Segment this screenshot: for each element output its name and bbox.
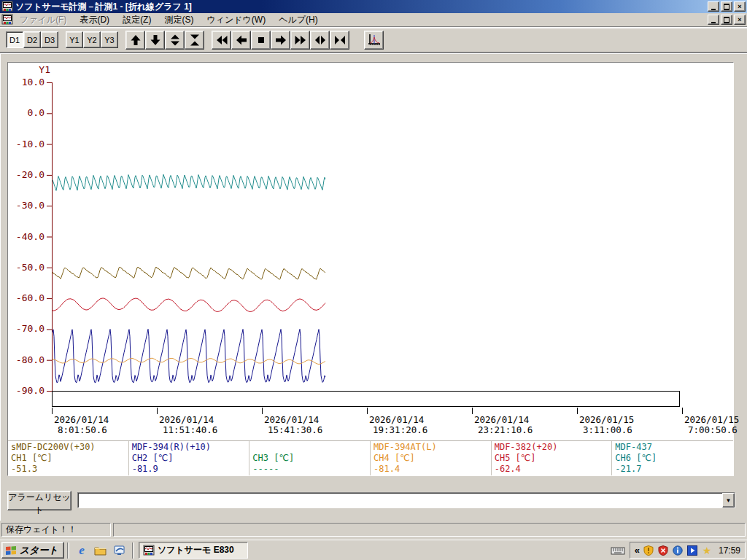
menu-item-4[interactable]: 測定(S) [158, 12, 200, 28]
child-minimize-button[interactable] [708, 15, 719, 25]
arrow-left-icon[interactable] [231, 31, 251, 50]
svg-text:-10.0: -10.0 [16, 139, 44, 149]
svg-text:-30.0: -30.0 [16, 200, 44, 211]
svg-text:-70.0: -70.0 [16, 323, 44, 334]
quick-launch: e [72, 544, 129, 557]
toolbar-y3-button[interactable]: Y3 [101, 31, 118, 48]
app-icon-small [143, 545, 155, 556]
legend-cell-ch5: MDF-382(+20)CH5 [℃]-62.4 [492, 441, 613, 475]
folder-icon[interactable] [94, 544, 107, 557]
toolbar-d3-button[interactable]: D3 [41, 31, 58, 48]
svg-text:2026/01/15: 2026/01/15 [684, 414, 739, 425]
child-close-button[interactable]: × [734, 15, 746, 25]
app-icon [1, 1, 13, 12]
alarm-combobox-value[interactable] [78, 493, 722, 508]
legend-cell-ch4: MDF-394AT(L)CH4 [℃]-81.4 [371, 441, 492, 475]
arrow-down-icon[interactable] [145, 31, 165, 50]
stop-icon[interactable] [251, 31, 271, 50]
svg-text:2026/01/14: 2026/01/14 [159, 414, 214, 425]
title-bar: ソフトサーモ計測－計測1 - [折れ線グラフ 1] × [0, 0, 747, 13]
svg-text:-40.0: -40.0 [16, 231, 44, 242]
svg-text:15:41:30.6: 15:41:30.6 [268, 424, 322, 435]
toolbar: D1 D2 D3 Y1 Y2 Y3 [0, 28, 747, 52]
svg-text:-60.0: -60.0 [16, 292, 44, 303]
arrow-right-icon[interactable] [271, 31, 290, 50]
svg-text:2026/01/15: 2026/01/15 [579, 414, 634, 425]
tray-chevron-icon[interactable]: « [635, 545, 640, 556]
series-ch6 [53, 174, 325, 190]
legend-cell-ch1: sMDF-DC200V(+30)CH1 [℃]-51.3 [8, 441, 129, 475]
svg-text:2026/01/14: 2026/01/14 [54, 414, 109, 425]
close-button[interactable]: × [734, 1, 746, 12]
status-extra-panel [113, 523, 746, 537]
start-label: スタート [20, 544, 58, 557]
line-chart: Y110.00.0-10.0-20.0-30.0-40.0-50.0-60.0-… [8, 63, 733, 440]
window-title: ソフトサーモ計測－計測1 - [折れ線グラフ 1] [15, 1, 708, 13]
system-tray: « [611, 542, 746, 559]
svg-text:11:51:40.6: 11:51:40.6 [163, 424, 217, 435]
alarm-reset-button[interactable]: アラームリセット [7, 491, 71, 510]
internet-explorer-icon[interactable]: e [75, 544, 88, 557]
series-ch1 [53, 267, 325, 279]
channel-legend: sMDF-DC200V(+30)CH1 [℃]-51.3MDF-394(R)(+… [8, 440, 733, 475]
security-warning-icon[interactable] [643, 545, 654, 556]
task-label: ソフトサーモ E830 [158, 544, 234, 556]
menu-item-2[interactable]: 表示(D) [73, 12, 116, 28]
expand-horizontal-icon[interactable] [310, 31, 330, 50]
collapse-horizontal-icon[interactable] [330, 31, 349, 50]
graph-view-icon[interactable] [364, 31, 384, 50]
rewind-icon[interactable] [212, 31, 231, 50]
start-button[interactable]: スタート [1, 542, 64, 559]
child-restore-button[interactable] [721, 15, 732, 25]
menu-item-1: ファイル(F) [13, 12, 73, 28]
alarm-row: アラームリセット ▼ [0, 488, 747, 517]
svg-text:3:11:00.6: 3:11:00.6 [583, 424, 632, 435]
status-message: 保存ウェイト！！ [6, 524, 77, 536]
expand-vertical-icon[interactable] [165, 31, 185, 50]
desktop: ソフトサーモ計測－計測1 - [折れ線グラフ 1] × ファイル(F)表示(D)… [0, 0, 747, 560]
show-desktop-icon[interactable] [113, 544, 126, 557]
svg-text:-20.0: -20.0 [16, 169, 44, 180]
star-icon[interactable]: ★ [701, 545, 713, 556]
series-ch2 [53, 329, 325, 382]
svg-text:2026/01/14: 2026/01/14 [474, 414, 529, 425]
security-alert-icon[interactable] [657, 545, 669, 556]
svg-text:-80.0: -80.0 [16, 354, 44, 365]
menu-bar: ファイル(F)表示(D)設定(Z)測定(S)ウィンドウ(W)ヘルプ(H) × [0, 13, 747, 27]
svg-text:23:21:10.6: 23:21:10.6 [478, 424, 533, 435]
windows-logo-icon [5, 545, 17, 556]
status-message-panel: 保存ウェイト！！ [1, 523, 111, 537]
media-play-icon[interactable] [686, 545, 698, 556]
legend-cell-ch3: CH3 [℃]----- [249, 441, 371, 475]
toolbar-d2-button[interactable]: D2 [23, 31, 41, 48]
toolbar-y2-button[interactable]: Y2 [83, 31, 101, 48]
fast-forward-icon[interactable] [290, 31, 310, 50]
svg-text:0.0: 0.0 [28, 107, 44, 118]
chart-panel: Y110.00.0-10.0-20.0-30.0-40.0-50.0-60.0-… [7, 62, 734, 476]
taskbar-app-button[interactable]: ソフトサーモ E830 [139, 542, 248, 559]
info-icon[interactable] [672, 545, 684, 556]
svg-text:Y1: Y1 [39, 64, 50, 75]
legend-cell-ch2: MDF-394(R)(+10)CH2 [℃]-81.9 [129, 441, 250, 475]
legend-cell-ch6: MDF-437CH6 [℃]-21.7 [612, 441, 733, 475]
toolbar-y1-button[interactable]: Y1 [66, 31, 83, 48]
svg-text:8:01:50.6: 8:01:50.6 [58, 424, 107, 435]
keyboard-icon[interactable] [611, 545, 625, 556]
taskbar: スタート e [0, 540, 747, 560]
series-ch5 [53, 298, 325, 311]
menu-item-3[interactable]: 設定(Z) [116, 12, 158, 28]
alarm-combobox[interactable]: ▼ [77, 492, 735, 508]
child-window-icon[interactable] [1, 14, 13, 26]
menu-item-6[interactable]: ヘルプ(H) [272, 12, 325, 28]
dropdown-arrow-icon[interactable]: ▼ [722, 493, 735, 508]
toolbar-d1-button[interactable]: D1 [6, 31, 23, 48]
minimize-button[interactable] [708, 1, 719, 12]
series-ch4 [53, 358, 325, 364]
restore-button[interactable] [721, 1, 732, 12]
collapse-vertical-icon[interactable] [185, 31, 204, 50]
status-bar: 保存ウェイト！！ [0, 521, 747, 540]
arrow-up-icon[interactable] [125, 31, 145, 50]
menu-item-5[interactable]: ウィンドウ(W) [200, 12, 272, 28]
svg-text:-90.0: -90.0 [16, 385, 44, 396]
svg-text:2026/01/14: 2026/01/14 [264, 414, 319, 425]
